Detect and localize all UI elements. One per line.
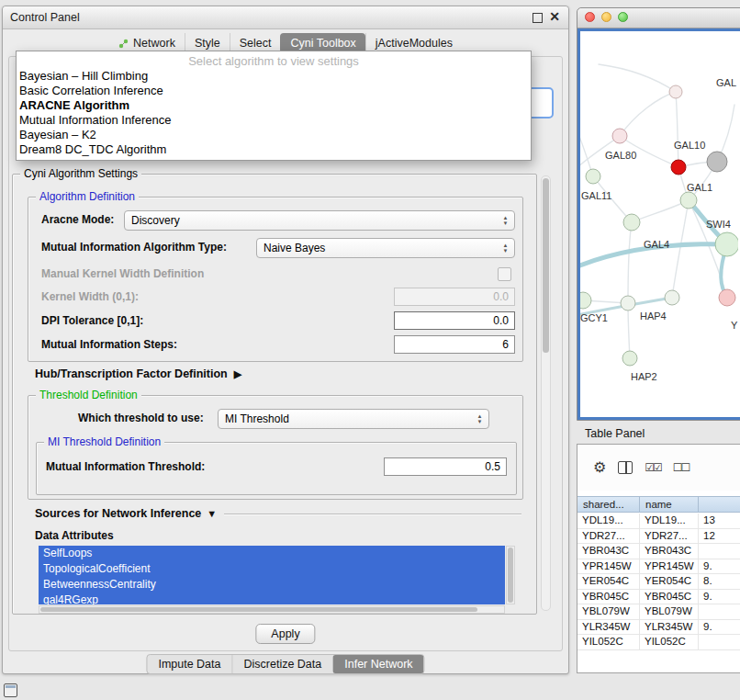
data-attributes-list: SelfLoopsTopologicalCoefficientBetweenne… [39, 546, 505, 604]
data-attribute-item[interactable]: BetweennessCentrality [39, 577, 505, 593]
network-node[interactable] [665, 290, 679, 305]
table-row[interactable]: YPR145WYPR145W9. [577, 559, 740, 575]
table-cell: YBL079W [577, 604, 640, 619]
column-header-extra[interactable] [699, 497, 740, 512]
section-divider [224, 514, 521, 514]
network-node-label: Y [731, 320, 738, 331]
scrollbar-thumb[interactable] [40, 607, 477, 612]
table-cell: YER054C [577, 574, 640, 589]
network-node[interactable] [719, 289, 735, 306]
mi-type-combobox[interactable]: Naive Bayes ▲ ▼ [256, 238, 515, 258]
table-row[interactable]: YER054CYER054C8. [577, 574, 740, 590]
table-row[interactable]: YBR045CYBR045C9. [577, 590, 740, 605]
network-node[interactable] [707, 152, 727, 172]
network-node[interactable] [715, 232, 738, 256]
restore-panel-icon[interactable] [4, 683, 17, 697]
aracne-mode-label: Aracne Mode: [41, 213, 114, 226]
network-node-label: GAL1 [687, 182, 712, 193]
network-node-label: GCY1 [580, 312, 608, 323]
close-icon[interactable]: ✕ [549, 9, 560, 24]
column-selector-icon[interactable] [618, 461, 633, 474]
network-canvas-svg[interactable]: GALGAL80GAL10GAL11GAL1SWI4GAL4GCY1HAP4HA… [580, 31, 738, 419]
column-header-shared-name[interactable]: shared... [577, 497, 640, 512]
network-tab-icon [118, 39, 129, 49]
aracne-mode-combobox[interactable]: Discovery ▲ ▼ [124, 210, 515, 231]
network-canvas[interactable]: GALGAL80GAL10GAL11GAL1SWI4GAL4GCY1HAP4HA… [577, 28, 740, 420]
algorithm-option[interactable]: Mutual Information Inference [17, 113, 531, 128]
network-node[interactable] [671, 160, 686, 175]
kernel-width-field[interactable]: 0.0 [394, 288, 515, 306]
hub-section-header[interactable]: Hub/Transcription Factor Definition ▶ [35, 367, 241, 380]
dpi-tolerance-label: DPI Tolerance [0,1]: [41, 314, 143, 327]
algorithm-option[interactable]: Bayesian – K2 [17, 128, 531, 142]
algorithm-option[interactable]: ARACNE Algorithm [17, 98, 531, 113]
close-traffic-light-icon[interactable] [585, 12, 595, 22]
combo-arrows-icon: ▲ ▼ [499, 212, 512, 229]
table-cell: YPR145W [640, 559, 699, 574]
network-node[interactable] [586, 169, 600, 184]
float-window-icon[interactable] [533, 13, 543, 23]
mi-steps-field[interactable]: 6 [394, 335, 515, 354]
column-header-name[interactable]: name [640, 497, 699, 512]
data-attribute-item[interactable]: gal4RGexp [39, 593, 505, 604]
scrollbar-thumb[interactable] [508, 548, 513, 603]
settings-vertical-scrollbar[interactable] [541, 175, 551, 611]
table-cell: YBR045C [640, 590, 699, 604]
network-node-label: GAL [716, 77, 736, 88]
network-node[interactable] [621, 296, 635, 310]
network-node-label: GAL80 [605, 150, 636, 161]
data-attribute-item[interactable]: SelfLoops [39, 546, 505, 561]
mi-threshold-group: MI Threshold Definition Mutual Informati… [36, 442, 517, 495]
dpi-tolerance-field[interactable]: 0.0 [394, 311, 515, 330]
manual-kernel-label: Manual Kernel Width Definition [41, 267, 204, 280]
mi-threshold-value: 0.5 [485, 460, 500, 473]
sources-section-header[interactable]: Sources for Network Inference ▼ [35, 507, 521, 520]
tab-impute-data[interactable]: Impute Data [147, 655, 231, 673]
algorithm-option[interactable]: Bayesian – Hill Climbing [17, 69, 531, 84]
data-attribute-item[interactable]: TopologicalCoefficient [39, 561, 505, 577]
apply-button[interactable]: Apply [255, 624, 315, 644]
network-node[interactable] [580, 292, 591, 309]
select-all-icon[interactable]: ☑☑ [645, 461, 661, 474]
network-node[interactable] [623, 214, 640, 231]
network-node-label: GAL11 [581, 190, 611, 201]
gear-icon[interactable]: ⚙ [593, 460, 606, 475]
algorithm-option[interactable]: Basic Correlation Inference [17, 84, 531, 98]
minimize-traffic-light-icon[interactable] [601, 12, 611, 22]
mi-threshold-field[interactable]: 0.5 [384, 457, 507, 476]
kernel-width-value: 0.0 [493, 290, 509, 303]
desktop: Control Panel ✕ Network Style Select Cyn… [0, 0, 740, 700]
table-cell: YDL19... [577, 514, 640, 528]
scrollbar-thumb[interactable] [543, 178, 549, 353]
which-threshold-combobox[interactable]: MI Threshold ▲ ▼ [218, 409, 489, 429]
network-node[interactable] [622, 351, 637, 366]
table-row[interactable]: YDR27...YDR27...12 [577, 529, 740, 545]
network-node[interactable] [669, 85, 682, 98]
manual-kernel-checkbox[interactable] [498, 267, 511, 281]
table-cell: YBR045C [577, 590, 640, 604]
expanded-arrow-icon: ▼ [207, 508, 217, 519]
deselect-all-icon[interactable]: ☐☐ [673, 461, 690, 474]
kernel-width-label: Kernel Width (0,1): [41, 290, 139, 303]
algorithm-dropdown-prompt: Select algorithm to view settings [17, 53, 531, 69]
chevron-down-icon: ▼ [503, 220, 509, 226]
network-node[interactable] [680, 192, 697, 209]
hub-section-label: Hub/Transcription Factor Definition [35, 367, 228, 380]
algorithm-option[interactable]: Dream8 DC_TDC Algorithm [17, 142, 531, 157]
table-panel-toolbar: ⚙ ☑☑ ☐☐ [577, 445, 740, 491]
table-row[interactable]: YLR345WYLR345W9. [577, 620, 740, 636]
tab-discretize-data[interactable]: Discretize Data [232, 655, 333, 673]
aracne-mode-value: Discovery [131, 214, 180, 227]
table-row[interactable]: YDL19...YDL19...13 [577, 514, 740, 529]
table-row[interactable]: YIL052CYIL052C [577, 635, 740, 650]
mi-type-value: Naive Bayes [263, 242, 325, 254]
zoom-traffic-light-icon[interactable] [618, 12, 628, 22]
table-cell: YDR27... [640, 529, 699, 544]
network-node[interactable] [612, 129, 627, 143]
attribute-list-vertical-scrollbar[interactable] [506, 546, 515, 604]
tab-infer-network[interactable]: Infer Network [332, 655, 423, 673]
table-row[interactable]: YBL079WYBL079W [577, 604, 740, 620]
table-cell: YDR27... [577, 529, 640, 544]
attribute-list-horizontal-scrollbar[interactable] [39, 605, 505, 614]
table-row[interactable]: YBR043CYBR043C [577, 544, 740, 559]
